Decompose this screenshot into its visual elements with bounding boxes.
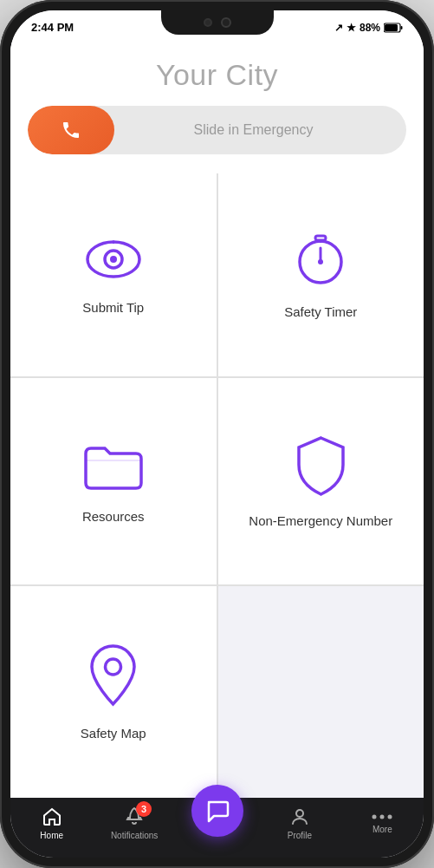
notch: [161, 10, 274, 35]
map-pin-icon: [85, 642, 141, 711]
status-bar: 2:44 PM ↗ ★ 88%: [10, 10, 424, 41]
safety-map-label: Safety Map: [81, 725, 146, 742]
emergency-slider[interactable]: Slide in Emergency: [28, 106, 406, 154]
svg-point-14: [380, 815, 385, 819]
svg-point-11: [106, 659, 121, 675]
time-display: 2:44 PM: [31, 21, 74, 34]
more-nav-label: More: [372, 825, 392, 834]
battery-level: 88%: [360, 22, 380, 34]
battery-icon: [384, 23, 403, 33]
shield-icon: [293, 434, 349, 499]
grid-item-empty: [218, 586, 424, 798]
nav-item-chat[interactable]: [176, 811, 258, 837]
notifications-nav-label: Notifications: [111, 831, 158, 840]
svg-point-8: [318, 259, 323, 264]
page-title: Your City: [28, 58, 406, 92]
bottom-nav: Home 3 Notifications: [10, 798, 424, 858]
more-icon-wrap: [372, 813, 392, 821]
grid-item-safety-map[interactable]: Safety Map: [10, 586, 217, 798]
location-icon: ↗: [334, 22, 343, 34]
profile-icon: [289, 806, 310, 827]
non-emergency-label: Non-Emergency Number: [249, 512, 392, 530]
resources-label: Resources: [82, 508, 145, 525]
slider-label: Slide in Emergency: [114, 122, 406, 138]
app-content: Your City Slide in Emergency: [10, 41, 424, 798]
timer-icon: [290, 229, 351, 290]
main-grid: Submit Tip Safety Timer: [10, 173, 424, 798]
slider-thumb[interactable]: [28, 106, 114, 154]
svg-point-13: [372, 815, 377, 819]
svg-point-15: [388, 815, 392, 819]
grid-item-resources[interactable]: Resources: [10, 378, 217, 585]
home-icon: [42, 806, 62, 827]
nav-item-notifications[interactable]: 3 Notifications: [93, 806, 175, 840]
submit-tip-label: Submit Tip: [82, 299, 144, 317]
chat-icon: [205, 799, 230, 823]
svg-point-5: [110, 256, 117, 263]
home-icon-wrap: [42, 806, 62, 827]
bluetooth-icon: ★: [347, 22, 356, 34]
more-dots-icon: [372, 813, 392, 821]
chat-fab[interactable]: [191, 785, 243, 837]
notification-badge: 3: [136, 801, 152, 817]
svg-rect-9: [315, 236, 326, 240]
app-header: Your City: [10, 41, 424, 106]
nav-item-home[interactable]: Home: [10, 806, 93, 840]
svg-point-12: [296, 810, 303, 817]
nav-item-more[interactable]: More: [341, 813, 424, 834]
camera-sensor: [204, 18, 212, 27]
eye-icon: [79, 233, 148, 285]
phone-screen: 2:44 PM ↗ ★ 88%: [10, 10, 424, 858]
nav-item-profile[interactable]: Profile: [258, 806, 340, 840]
profile-nav-label: Profile: [288, 831, 312, 840]
svg-rect-1: [385, 24, 398, 31]
status-icons: ↗ ★ 88%: [334, 22, 403, 34]
grid-item-submit-tip[interactable]: Submit Tip: [10, 173, 217, 376]
grid-item-non-emergency[interactable]: Non-Emergency Number: [218, 378, 424, 585]
grid-item-safety-timer[interactable]: Safety Timer: [218, 173, 424, 376]
phone-frame: 2:44 PM ↗ ★ 88%: [0, 0, 434, 868]
safety-timer-label: Safety Timer: [284, 303, 357, 321]
folder-icon: [79, 438, 148, 494]
notifications-icon-wrap: 3: [124, 806, 145, 827]
camera-lens: [221, 17, 231, 28]
svg-rect-2: [401, 26, 403, 29]
phone-icon: [61, 120, 81, 140]
profile-icon-wrap: [289, 806, 310, 827]
home-nav-label: Home: [40, 831, 63, 840]
